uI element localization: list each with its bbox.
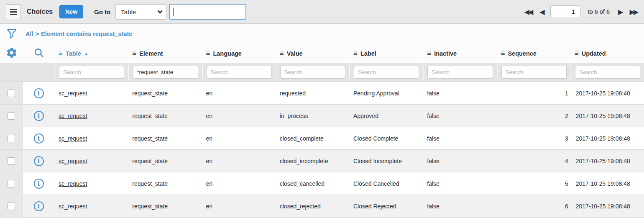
element-cell: request_state — [128, 172, 202, 195]
inactive-cell: false — [423, 172, 496, 195]
value-cell: closed_cancelled — [276, 172, 349, 195]
value-cell: closed_rejected — [276, 195, 349, 217]
last-page-button[interactable]: ▶▶ — [629, 7, 638, 17]
search-filter-sequence[interactable] — [501, 66, 567, 79]
text-caret — [173, 8, 174, 16]
updated-cell: 2017-10-25 19:08:48 — [570, 195, 644, 217]
first-page-button[interactable]: ◀◀ — [524, 7, 533, 17]
list-search-cell — [23, 47, 54, 60]
filter-funnel-icon[interactable] — [5, 28, 18, 39]
search-icon[interactable] — [33, 47, 44, 60]
label-cell: Approved — [349, 105, 423, 127]
goto-search-input[interactable] — [169, 4, 246, 20]
info-icon[interactable]: i — [34, 88, 44, 98]
row-checkbox[interactable] — [8, 112, 15, 120]
language-cell: en — [202, 150, 276, 172]
sequence-cell: 1 — [497, 82, 570, 104]
previous-page-button[interactable]: ◀ — [539, 7, 544, 17]
gear-icon[interactable] — [6, 47, 18, 60]
column-menu-icon[interactable]: ≡ — [575, 50, 579, 57]
filter-bar: All>Element contains request_state — [0, 24, 644, 44]
updated-cell: 2017-10-25 19:08:48 — [570, 150, 644, 172]
language-cell: en — [202, 172, 276, 195]
column-header-value[interactable]: ≡ Value — [276, 50, 349, 57]
column-header-sequence[interactable]: ≡ Sequence — [497, 50, 570, 57]
column-menu-icon[interactable]: ≡ — [59, 50, 63, 57]
column-menu-icon[interactable]: ≡ — [280, 50, 284, 57]
language-cell: en — [202, 82, 276, 104]
search-filter-updated[interactable] — [575, 66, 640, 79]
column-header-updated[interactable]: ≡ Updated — [570, 50, 644, 57]
search-filter-inactive[interactable] — [427, 66, 493, 79]
element-cell: request_state — [128, 195, 202, 217]
sequence-cell: 4 — [497, 150, 570, 172]
column-header-table[interactable]: ≡ Table ▲ — [54, 50, 128, 57]
value-cell: requested — [276, 82, 349, 104]
table-cell-link[interactable]: sc_request — [59, 135, 87, 142]
info-icon[interactable]: i — [34, 111, 44, 121]
language-cell: en — [202, 127, 276, 149]
column-menu-icon[interactable]: ≡ — [132, 50, 136, 57]
sequence-cell: 5 — [497, 172, 570, 195]
info-icon[interactable]: i — [34, 179, 44, 189]
row-checkbox[interactable] — [8, 180, 15, 187]
table-cell-link[interactable]: sc_request — [59, 90, 87, 97]
table-row: i sc_request request_state en in_process… — [0, 105, 644, 127]
updated-cell: 2017-10-25 19:08:48 — [570, 172, 644, 195]
new-button[interactable]: New — [59, 5, 83, 18]
value-cell: in_process — [276, 105, 349, 127]
goto-field-selected: Table — [121, 8, 136, 15]
goto-label: Go to — [94, 8, 110, 15]
next-page-button[interactable]: ▶ — [617, 7, 623, 17]
list-context-menu-button[interactable] — [6, 4, 21, 19]
pagination: ◀◀ ◀ to 6 of 6 ▶ ▶▶ — [524, 5, 638, 18]
current-page-input[interactable] — [550, 5, 580, 18]
column-header-inactive[interactable]: ≡ Inactive — [423, 50, 496, 57]
list-toolbar: Choices New Go to Table ◀◀ ◀ to 6 of 6 ▶… — [0, 0, 644, 24]
inactive-cell: false — [423, 195, 496, 217]
goto-field-select[interactable]: Table — [115, 4, 166, 20]
column-header-label[interactable]: ≡ Label — [349, 50, 423, 57]
column-menu-icon[interactable]: ≡ — [427, 50, 431, 57]
table-cell-link[interactable]: sc_request — [59, 203, 87, 210]
row-checkbox[interactable] — [8, 135, 15, 142]
search-filter-table[interactable] — [59, 66, 124, 79]
sequence-cell: 2 — [497, 105, 570, 127]
column-menu-icon[interactable]: ≡ — [206, 50, 210, 57]
inactive-cell: false — [423, 82, 496, 104]
updated-cell: 2017-10-25 19:08:48 — [570, 105, 644, 127]
table-cell-link[interactable]: sc_request — [59, 113, 87, 119]
page-title: Choices — [27, 8, 53, 15]
inactive-cell: false — [423, 150, 496, 172]
hamburger-icon — [10, 9, 17, 10]
search-filter-value[interactable] — [280, 66, 345, 79]
row-checkbox[interactable] — [8, 157, 15, 165]
row-checkbox[interactable] — [8, 90, 15, 97]
column-menu-icon[interactable]: ≡ — [501, 50, 505, 57]
table-cell-link[interactable]: sc_request — [59, 180, 87, 187]
updated-cell: 2017-10-25 19:08:48 — [570, 82, 644, 104]
table-cell-link[interactable]: sc_request — [59, 158, 87, 164]
chevron-down-icon — [157, 8, 163, 14]
sequence-cell: 6 — [497, 195, 570, 217]
language-cell: en — [202, 195, 276, 217]
breadcrumb-all[interactable]: All — [26, 31, 33, 37]
language-cell: en — [202, 105, 276, 127]
breadcrumb-condition[interactable]: Element contains request_state — [41, 31, 132, 37]
element-cell: request_state — [128, 105, 202, 127]
info-icon[interactable]: i — [34, 201, 44, 211]
info-icon[interactable]: i — [34, 133, 44, 144]
sequence-cell: 3 — [497, 127, 570, 149]
row-checkbox[interactable] — [8, 203, 15, 210]
element-cell: request_state — [128, 82, 202, 104]
column-header-element[interactable]: ≡ Element — [128, 50, 202, 57]
search-filter-language[interactable] — [207, 66, 272, 79]
search-filter-label[interactable] — [354, 66, 419, 79]
label-cell: Closed Incomplete — [349, 150, 423, 172]
table-row: i sc_request request_state en closed_inc… — [0, 150, 644, 172]
column-menu-icon[interactable]: ≡ — [353, 50, 358, 57]
column-header-language[interactable]: ≡ Language — [202, 50, 276, 57]
table-row: i sc_request request_state en closed_com… — [0, 127, 644, 150]
search-filter-element[interactable] — [133, 66, 198, 79]
info-icon[interactable]: i — [34, 156, 44, 166]
